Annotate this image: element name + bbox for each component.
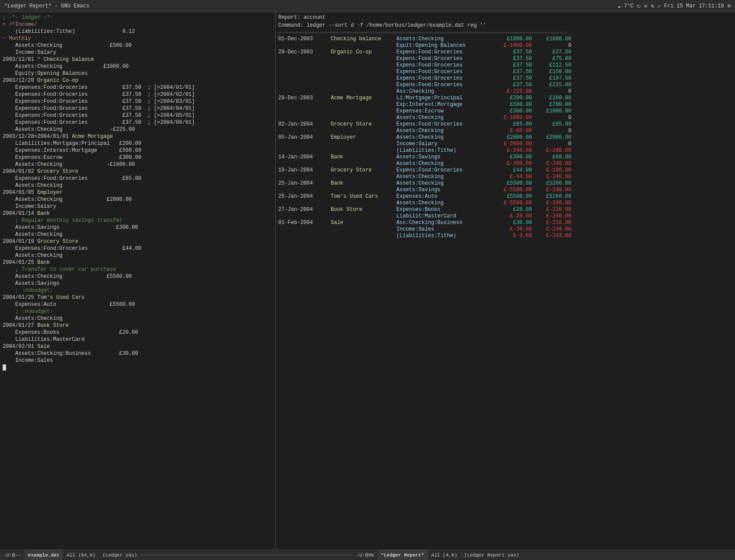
row-account: Income:Sales <box>396 226 493 233</box>
code-line: 2004/01/05 Employer <box>3 189 273 196</box>
row-date <box>278 42 331 49</box>
code-line: Equity:Opening Balances <box>3 70 273 77</box>
table-row: 25-Jan-2004BankAssets:Checking£5500.00£5… <box>278 180 732 187</box>
row-date <box>278 56 331 62</box>
row-amount: £37.50 <box>493 56 532 62</box>
row-date <box>278 226 331 233</box>
row-account: Expenses:Escrow <box>396 108 493 115</box>
row-account: Expens:Food:Groceries <box>396 62 493 69</box>
left-status-filename: example.dat <box>24 550 63 560</box>
volume-icon[interactable]: ♪ <box>658 3 661 9</box>
table-row: Liabilit:MasterCard£-20.00£-240.00 <box>278 213 732 220</box>
row-amount: £5500.00 <box>493 193 532 200</box>
row-running: £5260.00 <box>532 180 571 187</box>
row-running: £37.50 <box>532 49 571 56</box>
row-running: £-240.00 <box>532 187 571 193</box>
table-row: 01-Feb-2004SaleAss:Checking:Business£30.… <box>278 220 732 226</box>
network-icon[interactable]: ⇅ <box>651 3 654 9</box>
code-line: 2003/12/28=2004/01/01 Acme Mortgage <box>3 133 273 140</box>
row-date <box>278 108 331 115</box>
right-status-extra: (Ledger Report yas) <box>461 550 522 560</box>
row-account: Assets:Checking <box>396 36 493 42</box>
main-container: ; -*- ledger -*-= /^Income/ (Liabilities… <box>0 12 735 550</box>
row-date: 14-Jan-2004 <box>278 154 331 161</box>
row-amount: £-65.00 <box>493 128 532 134</box>
row-amount: £-1000.00 <box>493 42 532 49</box>
row-desc <box>331 233 396 239</box>
row-account: Assets:Checking <box>396 134 493 141</box>
code-line: ; -*- ledger -*- <box>3 14 273 21</box>
code-line: Expenses:Interest:Mortgage £500.00 <box>3 147 273 154</box>
row-running: £-240.00 <box>532 200 571 206</box>
row-date <box>278 213 331 220</box>
code-line: Income:Salary <box>3 49 273 56</box>
row-desc <box>331 200 396 206</box>
row-running: 0 <box>532 141 571 147</box>
row-account: Expens:Food:Groceries <box>396 167 493 174</box>
code-line: Expenses:Food:Groceries £44.00 <box>3 245 273 252</box>
code-line: 2004/01/14 Bank <box>3 210 273 217</box>
table-row: 27-Jan-2004Book StoreExpenses:Books£20.0… <box>278 206 732 213</box>
row-running: £-240.00 <box>532 213 571 220</box>
row-running: £-210.00 <box>532 220 571 226</box>
row-desc: Sale <box>331 220 396 226</box>
row-account: Assets:Checking <box>396 180 493 187</box>
row-desc <box>331 62 396 69</box>
code-line: Liabilities:MasterCard <box>3 336 273 343</box>
row-amount: £37.50 <box>493 75 532 82</box>
code-line: Expenses:Food:Groceries £37.50 ; [=2004/… <box>3 98 273 105</box>
row-running: £-196.00 <box>532 167 571 174</box>
row-amount: £-3.60 <box>493 233 532 239</box>
table-row: 05-Jan-2004EmployerAssets:Checking£2000.… <box>278 134 732 141</box>
code-line: ; Regular monthly savings transfer <box>3 217 273 224</box>
code-line: Assets:Checking £2000.00 <box>3 196 273 203</box>
row-account: Expens:Food:Groceries <box>396 69 493 75</box>
title-bar-title: *Ledger Report* - GNU Emacs <box>4 3 89 9</box>
row-running: £-240.00 <box>532 174 571 180</box>
row-running: £187.50 <box>532 75 571 82</box>
row-account: Expens:Food:Groceries <box>396 82 493 88</box>
row-date <box>278 102 331 108</box>
row-running: £200.00 <box>532 95 571 102</box>
row-account: Expens:Food:Groceries <box>396 49 493 56</box>
code-line: Assets:Checking <box>3 252 273 259</box>
mail-icon[interactable]: ✉ <box>644 3 647 9</box>
right-pane: Report: account Command: ledger --sort d… <box>276 12 735 550</box>
row-running: £-220.00 <box>532 206 571 213</box>
table-row: Assets:Checking£-5500.00£-240.00 <box>278 200 732 206</box>
left-status-mode: -U:@-- <box>0 550 24 560</box>
left-pane: ; -*- ledger -*-= /^Income/ (Liabilities… <box>0 12 276 550</box>
table-row: 25-Jan-2004Tom's Used CarsExpenses:Auto£… <box>278 193 732 200</box>
row-date <box>278 147 331 154</box>
row-desc <box>331 213 396 220</box>
row-amount: £-20.00 <box>493 213 532 220</box>
row-amount: £37.50 <box>493 69 532 75</box>
table-row: Expens:Food:Groceries£37.50£75.00 <box>278 56 732 62</box>
row-desc: Employer <box>331 134 396 141</box>
row-account: Expens:Food:Groceries <box>396 121 493 128</box>
row-date: 01-Feb-2004 <box>278 220 331 226</box>
row-running: £1000.00 <box>532 36 571 42</box>
code-line: Assets:Checking <box>3 315 273 322</box>
row-desc <box>331 42 396 49</box>
refresh-icon[interactable]: ↻ <box>637 2 640 10</box>
code-line: Expenses:Food:Groceries £37.50 ; [=2004/… <box>3 105 273 112</box>
row-account: Assets:Checking <box>396 115 493 121</box>
row-desc <box>331 161 396 167</box>
row-date: 25-Jan-2004 <box>278 180 331 187</box>
row-date <box>278 82 331 88</box>
settings-icon[interactable]: ⚙ <box>728 3 731 9</box>
row-account: (Liabilities:Tithe) <box>396 233 493 239</box>
code-line: Expenses:Auto £5500.00 <box>3 301 273 308</box>
code-line: ~ Monthly <box>3 35 273 42</box>
row-amount: £-30.00 <box>493 226 532 233</box>
code-line: Assets:Checking £500.00 <box>3 42 273 49</box>
row-account: Assets:Savings <box>396 187 493 193</box>
row-date <box>278 161 331 167</box>
table-row: 20-Dec-2003Organic Co-opExpens:Food:Groc… <box>278 49 732 56</box>
row-desc <box>331 56 396 62</box>
row-amount: £5500.00 <box>493 180 532 187</box>
code-line: 2003/12/01 * Checking balance <box>3 56 273 63</box>
code-line: Assets:Savings <box>3 280 273 287</box>
table-row: 28-Dec-2003Acme MortgageLi:Mortgage:Prin… <box>278 95 732 102</box>
